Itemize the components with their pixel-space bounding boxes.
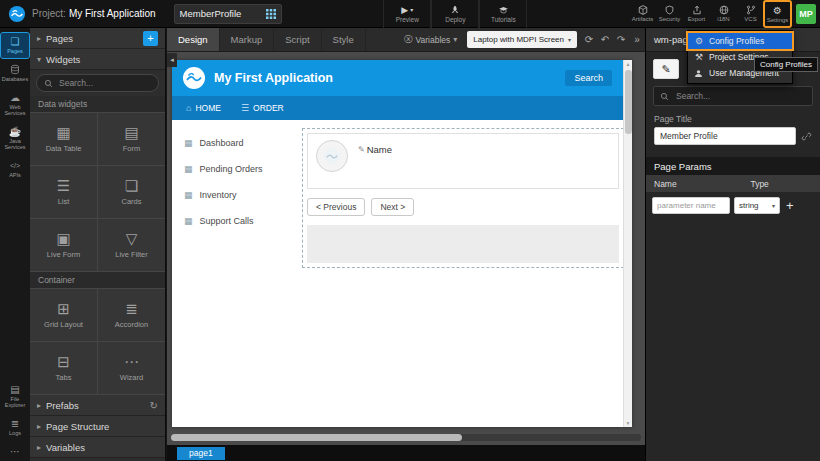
page-structure-label: Page Structure xyxy=(46,421,109,432)
app-nav: ⌂HOME ☰ORDER xyxy=(172,96,632,120)
widget-tabs[interactable]: ⊟Tabs xyxy=(30,342,97,394)
page-tab-page1[interactable]: page1 xyxy=(177,447,225,460)
page-selector-dropdown[interactable]: MemberProfile xyxy=(174,4,282,24)
i18n-button[interactable]: i18N xyxy=(710,1,737,27)
tab-script[interactable]: Script xyxy=(274,28,321,51)
widget-data-table[interactable]: ▦Data Table xyxy=(30,113,97,165)
database-icon xyxy=(10,64,20,75)
profile-image-placeholder xyxy=(316,140,348,172)
widget-accordion[interactable]: ≣Accordion xyxy=(98,289,165,341)
scroll-down-icon[interactable]: ▼ xyxy=(626,419,631,427)
tab-markup[interactable]: Markup xyxy=(220,28,275,51)
widget-form[interactable]: ▤Form xyxy=(98,113,165,165)
pages-grid-icon[interactable] xyxy=(266,9,276,19)
add-page-button[interactable]: + xyxy=(143,31,158,46)
user-icon xyxy=(694,69,704,78)
wrench-icon: ⚒ xyxy=(694,52,704,62)
scroll-up-icon[interactable]: ▲ xyxy=(626,60,631,68)
app-body: ▦Dashboard ▦Pending Orders ▦Inventory ▦S… xyxy=(172,120,632,427)
menu-item-dashboard[interactable]: ▦Dashboard xyxy=(172,130,298,156)
app-logo-icon xyxy=(182,66,206,90)
refresh-icon[interactable]: ↻ xyxy=(150,400,158,411)
menu-item-support-calls[interactable]: ▦Support Calls xyxy=(172,208,298,234)
export-button[interactable]: Export xyxy=(683,1,710,27)
tab-style[interactable]: Style xyxy=(322,28,366,51)
container-label: Container xyxy=(30,272,165,288)
design-canvas: ◂ My First Application Search ⌂HOME ☰ORD… xyxy=(167,52,645,445)
widget-grid-layout[interactable]: ⊞Grid Layout xyxy=(30,289,97,341)
pages-section-header[interactable]: ▸ Pages + xyxy=(30,28,165,49)
rail-item-logs[interactable]: ≣ Logs xyxy=(1,415,29,440)
variables-section-header[interactable]: ▸ Variables xyxy=(30,437,165,458)
widgets-section-header[interactable]: ▾ Widgets xyxy=(30,49,165,70)
prefabs-label: Prefabs xyxy=(46,400,79,411)
properties-search[interactable] xyxy=(653,86,813,106)
rail-item-file-explorer[interactable]: ▤ File Explorer xyxy=(1,381,29,412)
page-title-input[interactable] xyxy=(654,127,796,145)
graduation-cap-icon xyxy=(498,5,509,15)
undo-icon[interactable]: ↶ xyxy=(597,28,613,51)
grid-icon: ▦ xyxy=(184,164,193,174)
previous-page-button[interactable]: < Previous xyxy=(307,198,365,216)
widget-search[interactable] xyxy=(36,74,159,92)
menu-item-config-profiles[interactable]: ⚙ Config Profiles xyxy=(688,33,792,49)
canvas-horizontal-scrollbar[interactable] xyxy=(171,434,641,441)
widget-live-filter[interactable]: ▽Live Filter xyxy=(98,219,165,271)
rail-item-web-services[interactable]: ☁ Web Services xyxy=(1,89,29,120)
rail-item-more[interactable]: ⋯ xyxy=(1,443,29,461)
app-side-menu: ▦Dashboard ▦Pending Orders ▦Inventory ▦S… xyxy=(172,120,298,427)
rail-item-databases[interactable]: Databases xyxy=(1,61,29,86)
page-vertical-scrollbar[interactable]: ▲ ▼ xyxy=(623,60,632,427)
edit-page-button[interactable]: ✎ xyxy=(653,59,679,79)
widget-search-input[interactable] xyxy=(57,77,151,89)
next-page-button[interactable]: Next > xyxy=(371,198,414,216)
preview-button[interactable]: ▶▾ Preview xyxy=(383,0,431,28)
app-search-button[interactable]: Search xyxy=(565,70,612,86)
activity-rail: ❏ Pages Databases ☁ Web Services ☕ Java … xyxy=(0,28,30,461)
collapse-right-panel-icon[interactable]: » xyxy=(629,28,645,51)
search-icon xyxy=(660,92,669,101)
vcs-button[interactable]: VCS xyxy=(737,1,764,27)
app-title: My First Application xyxy=(214,71,333,85)
page-structure-section-header[interactable]: ▸ Page Structure xyxy=(30,416,165,437)
tutorials-button[interactable]: Tutorials xyxy=(479,0,527,28)
collapse-left-panel-button[interactable]: ◂ xyxy=(167,53,177,67)
menu-item-inventory[interactable]: ▦Inventory xyxy=(172,182,298,208)
rail-item-apis[interactable]: </> APIs xyxy=(1,157,29,182)
user-avatar[interactable]: MP xyxy=(796,4,816,24)
widget-wizard[interactable]: ⋯Wizard xyxy=(98,342,165,394)
widget-live-form[interactable]: ▣Live Form xyxy=(30,219,97,271)
bind-link-icon[interactable] xyxy=(801,131,812,142)
widget-list[interactable]: ☰List xyxy=(30,166,97,218)
gear-icon: ⚙ xyxy=(773,5,782,16)
security-button[interactable]: Security xyxy=(656,1,683,27)
page-params-header: Page Params xyxy=(646,157,820,175)
variables-button[interactable]: ⓧ Variables ▾ xyxy=(398,28,463,51)
nav-item-order[interactable]: ☰ORDER xyxy=(241,103,284,113)
chevron-right-icon: ▸ xyxy=(37,34,41,43)
name-field[interactable]: ✎ Name xyxy=(358,144,392,155)
rail-item-pages[interactable]: ❏ Pages xyxy=(1,33,29,58)
nav-item-home[interactable]: ⌂HOME xyxy=(186,103,221,113)
rotate-device-icon[interactable]: ⟳ xyxy=(581,28,597,51)
device-selector[interactable]: Laptop with MDPI Screen ▾ xyxy=(467,31,577,48)
redo-icon[interactable]: ↷ xyxy=(613,28,629,51)
param-type-select[interactable]: string ▾ xyxy=(734,197,780,214)
menu-item-pending-orders[interactable]: ▦Pending Orders xyxy=(172,156,298,182)
rail-item-java-services[interactable]: ☕ Java Services xyxy=(1,123,29,154)
scrollbar-thumb[interactable] xyxy=(171,434,462,441)
wavemaker-logo-icon xyxy=(8,5,26,23)
scrollbar-thumb[interactable] xyxy=(625,70,632,134)
deploy-button[interactable]: Deploy xyxy=(431,0,479,28)
member-card[interactable]: ✎ Name xyxy=(307,133,619,189)
tab-design[interactable]: Design xyxy=(167,28,220,51)
param-name-input[interactable] xyxy=(652,197,730,214)
settings-button[interactable]: ⚙ Settings xyxy=(764,1,791,27)
properties-search-input[interactable] xyxy=(674,90,806,102)
add-param-button[interactable]: + xyxy=(784,199,796,212)
artifacts-button[interactable]: Artifacts xyxy=(629,1,656,27)
prefabs-section-header[interactable]: ▸ Prefabs ↻ xyxy=(30,395,165,416)
widget-cards[interactable]: ❏Cards xyxy=(98,166,165,218)
config-profiles-tooltip: Config Profiles xyxy=(754,57,818,72)
selected-list-widget[interactable]: ✎ Name < Previous Next > xyxy=(302,128,624,268)
